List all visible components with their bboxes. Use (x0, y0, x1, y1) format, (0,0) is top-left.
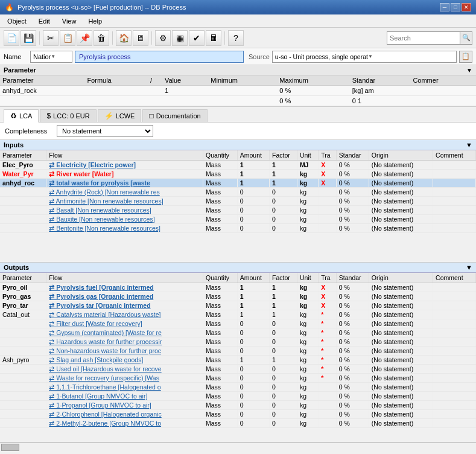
output-origin: (No statement) (369, 310, 433, 319)
output-factor: 0 (270, 319, 297, 328)
menu-edit[interactable]: Edit (34, 16, 55, 26)
check-button[interactable]: ✔ (189, 30, 205, 46)
output-row: Pyro_oil ⇄ Pyrolysis fuel [Organic inter… (0, 283, 476, 292)
output-flow[interactable]: ⇄ 2-Methyl-2-butene [Group NMVOC to (46, 419, 203, 428)
output-row: ⇄ 1-Propanol [Group NMVOC to air] Mass 0… (0, 401, 476, 410)
output-flow[interactable]: ⇄ Used oil [Hazardous waste for recove (46, 365, 203, 374)
input-flow[interactable]: ⇄ Bentonite [Non renewable resources] (46, 224, 203, 233)
output-origin: (No statement) (369, 383, 433, 392)
output-unit: kg (297, 401, 318, 410)
close-button[interactable]: ✕ (462, 3, 471, 11)
home-button[interactable]: 🏠 (116, 30, 132, 46)
output-flow[interactable]: ⇄ Slag and ash [Stockpile goods] (46, 356, 203, 365)
output-flow[interactable]: ⇄ 2-Chlorophenol [Halogenated organic (46, 410, 203, 419)
param-col-maximum: Maximum (277, 75, 349, 86)
parameter-collapse-button[interactable]: ▼ (466, 67, 472, 74)
tab-lcc[interactable]: $ LCC: 0 EUR (40, 109, 96, 122)
output-flow[interactable]: ⇄ Hazardous waste for further processir (46, 337, 203, 347)
output-flow[interactable]: ⇄ Pyrolysis fuel [Organic intermed (46, 283, 203, 292)
out-col-parameter: Parameter (0, 273, 46, 283)
input-flow[interactable]: ⇄ Anhydrite (Rock) [Non renewable res (46, 188, 203, 197)
monitor-button[interactable]: 🖥 (133, 30, 148, 46)
output-quantity: Mass (203, 356, 237, 365)
out-col-origin: Origin (369, 273, 433, 283)
calc-button[interactable]: 🖩 (206, 30, 221, 46)
input-param: anhyd_roc (0, 179, 46, 188)
input-param (0, 188, 46, 197)
tab-lcwe[interactable]: ⚡ LCWE (98, 109, 142, 122)
save-button[interactable]: 💾 (21, 30, 36, 46)
delete-button[interactable]: 🗑 (94, 30, 109, 46)
input-flow[interactable]: ⇄ River water [Water] (46, 170, 203, 179)
input-flow[interactable]: ⇄ Bauxite [Non renewable resources] (46, 215, 203, 224)
output-flow[interactable]: ⇄ Pyrolysis tar [Organic intermed (46, 301, 203, 310)
output-flow[interactable]: ⇄ 1,1,1-Trichloroethane [Halogenated o (46, 383, 203, 392)
output-standard: 0 % (336, 310, 369, 319)
outputs-collapse-icon[interactable]: ▼ (466, 264, 472, 271)
param-slash-2 (148, 96, 162, 106)
tab-documentation[interactable]: □ Documentation (142, 109, 207, 122)
horizontal-scrollbar[interactable] (0, 443, 476, 451)
new-button[interactable]: 📄 (4, 30, 19, 46)
output-param (0, 365, 46, 374)
input-amount: 0 (237, 215, 269, 224)
output-unit: kg (297, 392, 318, 401)
layers-button[interactable]: ▦ (172, 30, 188, 46)
output-standard: 0 % (336, 410, 369, 419)
menu-object[interactable]: Object (2, 16, 31, 26)
input-row: ⇄ Anhydrite (Rock) [Non renewable res Ma… (0, 188, 476, 197)
minimize-button[interactable]: ─ (440, 3, 449, 11)
copy-button[interactable]: 📋 (60, 30, 75, 46)
output-flow[interactable]: ⇄ Gypsum (contaminated) [Waste for re (46, 328, 203, 337)
name-value-field[interactable]: Pyrolysis process (75, 51, 244, 63)
toolbar: 📄 💾 ✂ 📋 📌 🗑 🏠 🖥 ⚙ ▦ ✔ 🖩 ? 🔍 (0, 28, 476, 48)
output-flow[interactable]: ⇄ Catalysts material [Hazardous waste] (46, 310, 203, 319)
input-standard: 0 % (336, 188, 369, 197)
input-amount: 0 (237, 206, 269, 215)
cut-button[interactable]: ✂ (43, 30, 59, 46)
inputs-collapse-icon[interactable]: ▼ (466, 141, 472, 149)
tab-lca[interactable]: ♻ LCA (4, 109, 39, 123)
input-unit: kg (297, 188, 318, 197)
in-col-origin: Origin (369, 150, 433, 161)
input-flow[interactable]: ⇄ Electricity [Electric power] (46, 161, 203, 170)
maximize-button[interactable]: □ (451, 3, 460, 11)
settings-button[interactable]: ⚙ (155, 30, 171, 46)
menu-view[interactable]: View (57, 16, 81, 26)
search-input[interactable] (387, 32, 460, 44)
input-flow[interactable]: ⇄ Basalt [Non renewable resources] (46, 206, 203, 215)
input-tra (319, 197, 337, 206)
input-param: Water_Pyr (0, 170, 46, 179)
scrollbar-thumb[interactable] (1, 444, 19, 451)
output-param: Pyro_oil (0, 283, 46, 292)
output-flow[interactable]: ⇄ Non-hazardous waste for further proc (46, 347, 203, 356)
nation-dropdown[interactable]: Natior ▼ (30, 51, 72, 63)
completeness-select[interactable]: No statement Complete Incomplete (57, 125, 153, 137)
output-flow[interactable]: ⇄ Waste for recovery (unspecific) [Was (46, 374, 203, 383)
input-flow[interactable]: ⇄ Antimonite [Non renewable resources] (46, 197, 203, 206)
output-unit: kg (297, 410, 318, 419)
inputs-table-container[interactable]: Parameter Flow Quantity Amount Factor Un… (0, 150, 476, 262)
input-standard: 0 % (336, 215, 369, 224)
output-quantity: Mass (203, 383, 237, 392)
input-tra (319, 206, 337, 215)
source-dropdown[interactable]: u-so - Unit process, single operat ▼ (272, 51, 457, 63)
search-button[interactable]: 🔍 (460, 32, 472, 44)
paste-button[interactable]: 📌 (77, 30, 92, 46)
app-icon: 🔥 (5, 3, 14, 11)
outputs-table-container[interactable]: Parameter Flow Quantity Amount Factor Un… (0, 273, 476, 442)
output-tra: * (319, 365, 337, 374)
output-unit: kg (297, 347, 318, 356)
parameter-section: Parameter ▼ Parameter Formula / Value Mi… (0, 65, 476, 107)
param-formula-2 (84, 96, 148, 106)
output-flow[interactable]: ⇄ Filter dust [Waste for recovery] (46, 319, 203, 328)
help-button[interactable]: ? (228, 30, 244, 46)
menu-help[interactable]: Help (83, 16, 107, 26)
output-flow[interactable]: ⇄ 1-Butanol [Group NMVOC to air] (46, 392, 203, 401)
doc-button[interactable]: 📋 (459, 51, 472, 63)
output-flow[interactable]: ⇄ Pyrolysis gas [Organic intermed (46, 292, 203, 301)
output-amount: 1 (237, 310, 269, 319)
lca-icon: ♻ (10, 112, 17, 120)
output-flow[interactable]: ⇄ 1-Propanol [Group NMVOC to air] (46, 401, 203, 410)
input-flow[interactable]: ⇄ total waste for pyrolysis [waste (46, 179, 203, 188)
